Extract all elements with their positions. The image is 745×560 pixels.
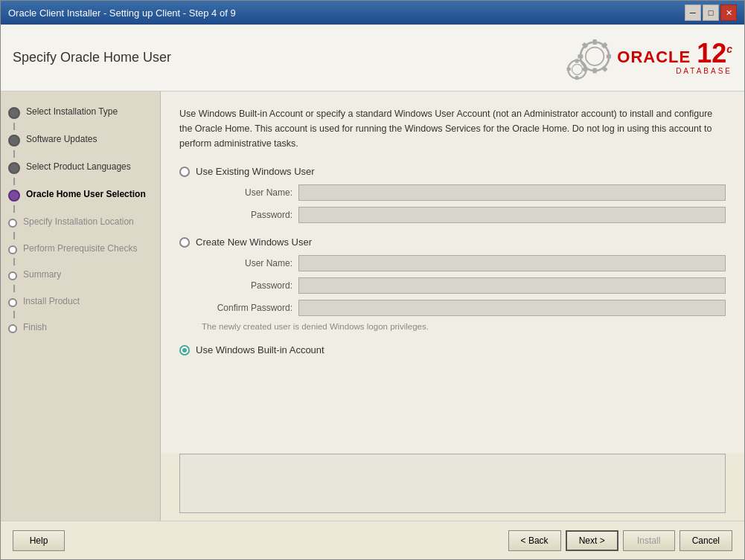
- main-window: Oracle Client Installer - Setting up Cli…: [0, 0, 745, 560]
- page-header: Specify Oracle Home User: [1, 25, 744, 91]
- oracle-version-text: 12c: [697, 40, 732, 67]
- next-button[interactable]: Next >: [566, 530, 618, 551]
- oracle-logo: ORACLE 12c DATABASE: [559, 36, 732, 80]
- info-paragraph: Use Windows Built-in Account or specify …: [179, 106, 726, 151]
- step-icon-5: [8, 219, 17, 228]
- step-icon-4: [8, 190, 20, 202]
- option-new-user-label[interactable]: Create New Windows User: [179, 236, 726, 248]
- help-button[interactable]: Help: [13, 530, 65, 551]
- new-username-label: User Name:: [202, 258, 298, 268]
- oracle-database-text: DATABASE: [676, 67, 732, 75]
- option-builtin-text: Use Windows Built-in Account: [196, 344, 324, 355]
- option-existing-user-radio[interactable]: [179, 167, 190, 177]
- svg-rect-15: [584, 67, 588, 70]
- option-existing-user-group: Use Existing Windows User User Name: Pas…: [179, 166, 726, 223]
- title-bar-buttons: ─ □ ✕: [685, 4, 737, 21]
- install-button[interactable]: Install: [623, 530, 675, 551]
- close-button[interactable]: ✕: [720, 4, 737, 21]
- option-new-user-group: Create New Windows User User Name: Passw…: [179, 236, 726, 331]
- confirm-password-input[interactable]: [298, 300, 726, 316]
- existing-password-label: Password:: [202, 210, 298, 220]
- existing-username-input[interactable]: [298, 184, 726, 201]
- new-user-fields: User Name: Password: Confirm Password:: [202, 255, 726, 316]
- connector-3: [13, 178, 15, 185]
- sidebar-label-8: Install Product: [23, 296, 80, 308]
- confirm-password-row: Confirm Password:: [202, 300, 726, 316]
- existing-username-label: User Name:: [202, 187, 298, 198]
- back-button[interactable]: < Back: [508, 530, 561, 551]
- option-existing-user-label[interactable]: Use Existing Windows User: [179, 166, 726, 177]
- step-icon-1: [8, 107, 20, 119]
- new-user-hint: The newly created user is denied Windows…: [202, 322, 726, 331]
- sidebar-item-perform-prerequisite-checks[interactable]: Perform Prerequisite Checks: [1, 239, 160, 259]
- option-builtin-radio[interactable]: [179, 345, 190, 355]
- connector-5: [13, 232, 15, 239]
- connector-1: [13, 123, 15, 130]
- existing-password-input[interactable]: [298, 207, 726, 223]
- svg-point-1: [586, 47, 604, 65]
- new-username-row: User Name:: [202, 255, 726, 271]
- sidebar-item-finish[interactable]: Finish: [1, 318, 160, 338]
- option-builtin-group: Use Windows Built-in Account: [179, 344, 726, 355]
- sidebar-label-6: Perform Prerequisite Checks: [23, 243, 137, 255]
- sidebar-label-3: Select Product Languages: [26, 161, 131, 173]
- connector-4: [13, 205, 15, 213]
- sidebar-label-7: Summary: [23, 269, 61, 281]
- existing-password-row: Password:: [202, 207, 726, 223]
- oracle-brand-text: ORACLE: [617, 48, 691, 67]
- sidebar-label-1: Select Installation Type: [26, 106, 118, 118]
- main-content: Select Installation Type Software Update…: [1, 91, 744, 521]
- connector-7: [13, 285, 15, 292]
- bottom-bar: Help < Back Next > Install Cancel: [1, 521, 744, 559]
- option-new-user-radio[interactable]: [179, 237, 190, 248]
- existing-user-fields: User Name: Password:: [202, 184, 726, 223]
- minimize-button[interactable]: ─: [685, 4, 701, 21]
- new-username-input[interactable]: [298, 255, 726, 271]
- sidebar-label-9: Finish: [23, 322, 47, 334]
- svg-rect-2: [593, 39, 597, 45]
- connector-2: [13, 150, 15, 158]
- sidebar-item-install-product[interactable]: Install Product: [1, 292, 160, 312]
- new-password-input[interactable]: [298, 277, 726, 294]
- svg-rect-3: [593, 68, 597, 73]
- new-password-label: Password:: [202, 280, 298, 291]
- svg-rect-4: [578, 54, 583, 58]
- existing-username-row: User Name:: [202, 184, 726, 201]
- new-password-row: Password:: [202, 277, 726, 294]
- svg-rect-9: [601, 65, 608, 72]
- connector-6: [13, 258, 15, 265]
- option-new-user-text: Create New Windows User: [196, 236, 312, 248]
- sidebar-item-oracle-home-user-selection[interactable]: Oracle Home User Selection: [1, 185, 160, 205]
- sidebar-item-select-installation-type[interactable]: Select Installation Type: [1, 103, 160, 123]
- svg-rect-14: [567, 67, 571, 70]
- content-area: Use Windows Built-in Account or specify …: [161, 91, 744, 454]
- sidebar-item-specify-installation-location[interactable]: Specify Installation Location: [1, 213, 160, 232]
- step-icon-7: [8, 271, 17, 280]
- window-title: Oracle Client Installer - Setting up Cli…: [8, 7, 236, 19]
- svg-rect-5: [607, 54, 611, 58]
- connector-8: [13, 311, 15, 318]
- oracle-text-block: ORACLE 12c DATABASE: [617, 40, 732, 75]
- log-area: [179, 454, 726, 513]
- sidebar-label-4: Oracle Home User Selection: [26, 189, 146, 201]
- option-existing-user-text: Use Existing Windows User: [196, 166, 315, 177]
- sidebar-item-select-product-languages[interactable]: Select Product Languages: [1, 158, 160, 178]
- option-builtin-label[interactable]: Use Windows Built-in Account: [179, 344, 726, 355]
- sidebar-label-2: Software Updates: [26, 134, 97, 146]
- sidebar-item-summary[interactable]: Summary: [1, 265, 160, 285]
- sidebar: Select Installation Type Software Update…: [1, 91, 161, 521]
- step-icon-3: [8, 162, 20, 174]
- svg-rect-13: [575, 76, 578, 80]
- svg-rect-12: [575, 59, 578, 62]
- cancel-button[interactable]: Cancel: [680, 530, 732, 551]
- step-icon-8: [8, 298, 17, 307]
- step-icon-2: [8, 135, 20, 147]
- title-bar: Oracle Client Installer - Setting up Cli…: [1, 1, 744, 25]
- svg-point-11: [572, 64, 583, 74]
- maximize-button[interactable]: □: [703, 4, 719, 21]
- step-icon-6: [8, 245, 17, 254]
- page-title: Specify Oracle Home User: [13, 50, 171, 65]
- oracle-gear-icon: [559, 36, 611, 80]
- sidebar-label-5: Specify Installation Location: [23, 216, 134, 228]
- sidebar-item-software-updates[interactable]: Software Updates: [1, 130, 160, 150]
